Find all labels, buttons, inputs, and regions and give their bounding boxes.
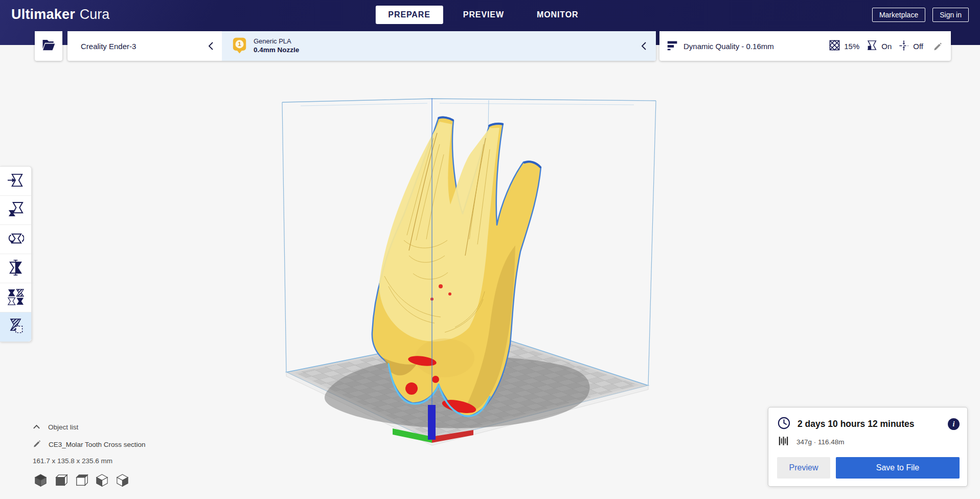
scale-tool-button[interactable] <box>0 196 31 225</box>
material-nozzle: 0.4mm Nozzle <box>254 46 299 55</box>
move-tool-button[interactable] <box>0 167 31 196</box>
object-dimensions: 161.7 x 135.8 x 235.6 mm <box>33 457 146 465</box>
print-job-panel: 2 days 10 hours 12 minutes i 347g · 116.… <box>768 407 968 487</box>
tool-sidebar <box>0 166 32 342</box>
clock-icon <box>777 416 791 432</box>
view-preset-toolbar <box>33 472 146 488</box>
per-model-settings-icon <box>7 288 24 307</box>
move-tool-icon <box>7 172 24 191</box>
support-icon <box>866 39 878 53</box>
infill-metric: 15% <box>829 39 859 53</box>
object-list-item[interactable]: CE3_Molar Tooth Cross section <box>33 439 146 449</box>
open-folder-icon <box>41 38 56 54</box>
logo-cura: Cura <box>80 7 110 22</box>
save-to-file-button[interactable]: Save to File <box>836 457 960 479</box>
material-name: Generic PLA <box>254 37 299 46</box>
support-blocker-icon <box>7 317 24 336</box>
view-3d-button[interactable] <box>33 472 49 488</box>
printer-collapse-chevron-icon[interactable] <box>208 41 214 51</box>
open-file-button[interactable] <box>35 31 62 61</box>
adhesion-icon <box>898 39 909 53</box>
printer-name: Creality Ender-3 <box>81 42 136 51</box>
support-value: On <box>881 42 892 51</box>
cura-window: Ultimaker Cura PREPARE PREVIEW MONITOR M… <box>0 0 980 499</box>
rotate-tool-button[interactable] <box>0 225 31 254</box>
tab-monitor[interactable]: MONITOR <box>524 6 591 24</box>
infill-icon <box>829 39 840 53</box>
per-model-settings-button[interactable] <box>0 283 31 312</box>
adhesion-value: Off <box>913 42 923 51</box>
stage-tabs: PREPARE PREVIEW MONITOR <box>372 0 595 29</box>
material-collapse-chevron-icon[interactable] <box>641 41 647 51</box>
support-metric: On <box>866 39 892 53</box>
print-time-estimate: 2 days 10 hours 12 minutes <box>797 419 915 429</box>
tab-preview[interactable]: PREVIEW <box>450 6 517 24</box>
object-list-toggle[interactable]: Object list <box>33 423 146 431</box>
material-selector[interactable]: 1 Generic PLA 0.4mm Nozzle <box>222 31 656 61</box>
material-labels: Generic PLA 0.4mm Nozzle <box>254 37 299 54</box>
printer-selector[interactable]: Creality Ender-3 <box>67 31 222 61</box>
profile-label: Dynamic Quality - 0.16mm <box>683 42 774 51</box>
material-usage-icon <box>778 436 789 448</box>
rotate-tool-icon <box>7 230 24 249</box>
extruder-badge-icon: 1 <box>232 37 247 56</box>
extruder-number: 1 <box>238 41 241 47</box>
view-right-button[interactable] <box>115 472 130 488</box>
mirror-tool-button[interactable] <box>0 254 31 283</box>
marketplace-button[interactable]: Marketplace <box>872 8 925 22</box>
machine-material-card: Creality Ender-3 1 Generic PLA 0.4mm Noz… <box>67 31 656 61</box>
scale-tool-icon <box>7 201 24 220</box>
adhesion-metric: Off <box>898 39 923 53</box>
material-usage-estimate: 347g · 116.48m <box>796 438 845 446</box>
object-list-title: Object list <box>48 423 78 431</box>
tab-prepare[interactable]: PREPARE <box>375 6 443 24</box>
support-blocker-button[interactable] <box>0 312 31 342</box>
print-settings-panel[interactable]: Dynamic Quality - 0.16mm 15% <box>659 31 951 61</box>
view-top-button[interactable] <box>74 472 89 488</box>
sign-in-button[interactable]: Sign in <box>932 8 969 22</box>
infill-value: 15% <box>844 42 859 51</box>
object-name: CE3_Molar Tooth Cross section <box>49 441 146 448</box>
object-list-panel: Object list CE3_Molar Tooth Cross sectio… <box>33 423 146 488</box>
logo-ultimaker: Ultimaker <box>11 7 75 22</box>
mirror-tool-icon <box>7 259 24 278</box>
view-left-button[interactable] <box>94 472 110 488</box>
settings-summary: 15% On <box>829 39 943 53</box>
topbar-actions: Marketplace Sign in <box>872 8 969 22</box>
app-logo: Ultimaker Cura <box>11 7 109 22</box>
chevron-up-icon <box>33 423 40 431</box>
rename-pencil-icon <box>33 439 41 449</box>
layers-profile-icon <box>667 39 678 53</box>
info-icon[interactable]: i <box>948 418 960 430</box>
preview-button[interactable]: Preview <box>777 457 830 479</box>
view-front-button[interactable] <box>53 472 69 488</box>
edit-settings-pencil-icon[interactable] <box>933 41 943 51</box>
